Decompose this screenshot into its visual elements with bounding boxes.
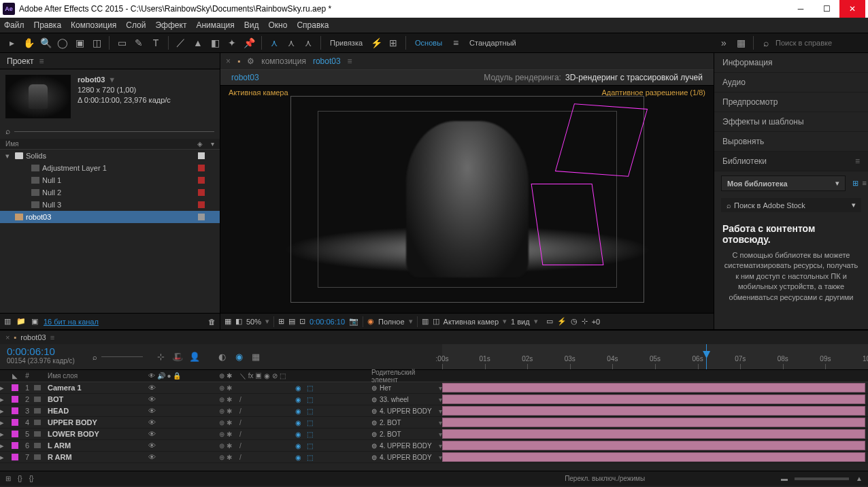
resolution-icon[interactable]: ⊞ [278,317,284,326]
project-tab[interactable]: Проект≡ [0,53,220,69]
layer-row[interactable]: ▸ 5 LOWER BODY 👁 ⊕ ✱ / ◉ ⬚ ⊚2. BOT▾ [0,429,868,440]
brackets2-icon[interactable]: {} [29,475,34,482]
snap-label[interactable]: Привязка [326,39,367,47]
close-button[interactable]: ✕ [839,0,865,18]
shy-icon[interactable]: 👤 [188,350,201,364]
layer-row[interactable]: ▸ 3 HEAD 👁 ⊕ ✱ / ◉ ⬚ ⊚4. UPPER BODY▾ [0,405,868,417]
trash-icon[interactable]: 🗑 [208,318,216,326]
axis-view-icon[interactable]: ⋏ [301,35,316,50]
pixel-aspect-icon[interactable]: ▭ [546,317,553,326]
basics-label[interactable]: Основы [411,39,446,47]
menu-анимация[interactable]: Анимация [196,20,234,30]
minimize-button[interactable]: ─ [788,0,814,18]
comp-mini-flowchart-icon[interactable]: ⊹ [154,350,167,364]
frame-blend-icon[interactable]: ◐ [215,350,229,364]
list-view-icon[interactable]: ≡ [863,179,867,188]
flowchart-icon[interactable]: ⊹ [582,317,588,326]
panel-preview[interactable]: Предпросмотр [714,93,868,112]
playhead[interactable] [706,344,707,369]
folder-icon[interactable]: 📁 [16,317,26,326]
zoom-slider[interactable] [795,477,849,480]
close-timeline-tab-icon[interactable]: × [5,333,10,341]
menu-вид[interactable]: Вид [244,20,259,30]
view-layout-icon[interactable]: ▥ [422,317,429,326]
timeline-ruler[interactable]: :00s01s02s03s04s05s06s07s08s09s10s [442,344,868,369]
guides-icon[interactable]: ⊡ [299,317,305,326]
axis-local-icon[interactable]: ⋏ [267,35,282,50]
orbit-tool-icon[interactable]: ◯ [55,35,70,50]
workspace-label[interactable]: Стандартный [465,39,520,47]
axis-world-icon[interactable]: ⋏ [284,35,299,50]
exposure-icon[interactable]: +0 [592,318,601,326]
menu-lines-icon[interactable]: ≡ [448,35,463,50]
graph-editor-icon[interactable]: ▦ [249,350,263,364]
menu-файл[interactable]: Файл [4,20,24,30]
col-name[interactable]: Имя [5,140,197,148]
pen-tool-icon[interactable]: ✎ [131,35,146,50]
library-dropdown[interactable]: Моя библиотека▾ [721,175,846,191]
menu-эффект[interactable]: Эффект [155,20,186,30]
menu-композиция[interactable]: Композиция [71,20,116,30]
panel-align[interactable]: Выровнять [714,132,868,152]
brush-tool-icon[interactable]: ／ [173,35,188,50]
timeline-tab[interactable]: robot03 [20,333,46,341]
overflow-icon[interactable]: » [716,35,731,50]
viewport[interactable]: Активная камера Адаптивное разрешение (1… [220,86,714,313]
camera-view-dropdown[interactable]: Активная камер [444,318,499,326]
camera-tool-icon[interactable]: ◫ [89,35,104,50]
maximize-button[interactable]: ☐ [814,0,839,18]
search-icon[interactable]: ⌕ [93,353,97,361]
panel-info[interactable]: Информация [714,53,868,73]
clone-tool-icon[interactable]: ▲ [190,35,205,50]
zoom-tool-icon[interactable]: 🔍 [38,35,53,50]
zoom-in-icon[interactable]: ▲ [856,475,863,482]
zoom-dropdown[interactable]: 50% [246,318,261,326]
panel-effects[interactable]: Эффекты и шаблоны [714,112,868,132]
breadcrumb[interactable]: robot03 [231,73,259,82]
rotate-tool-icon[interactable]: ▣ [72,35,87,50]
timeline-icon[interactable]: ◷ [571,317,578,326]
help-search-input[interactable] [775,39,864,47]
panel-audio[interactable]: Аудио [714,73,868,93]
interpret-icon[interactable]: ▥ [4,317,11,326]
grid-icon[interactable]: ▦ [224,317,231,326]
zoom-out-icon[interactable]: ▬ [781,475,788,482]
current-time[interactable]: 0:00:06:10 [310,318,345,326]
selection-tool-icon[interactable]: ▸ [4,35,19,50]
text-tool-icon[interactable]: T [148,35,163,50]
toggle-switches-icon[interactable]: ⊞ [5,475,11,482]
render-value[interactable]: 3D-рендеринг с трассировкой лучей [565,73,703,82]
view-count-dropdown[interactable]: 1 вид [511,318,530,326]
hand-tool-icon[interactable]: ✋ [21,35,36,50]
asset-row[interactable]: robot03 [0,211,220,223]
bit-depth[interactable]: 16 бит на канал [44,318,99,326]
fast-preview-icon[interactable]: ⚡ [557,317,567,326]
layer-row[interactable]: ▸ 7 R ARM 👁 ⊕ ✱ / ◉ ⬚ ⊚4. UPPER BODY▾ [0,452,868,463]
new-comp-icon[interactable]: ▣ [31,317,38,326]
layer-row[interactable]: ▸ 1 Camera 1 👁 ⊕ ✱ ◉ ⬚ ⊚Нет▾ [0,382,868,394]
menu-справка[interactable]: Справка [297,20,329,30]
snap-grid-icon[interactable]: ⊞ [386,35,401,50]
roto-tool-icon[interactable]: ✦ [224,35,239,50]
draft3d-icon[interactable]: 🎩 [171,350,184,364]
search-icon[interactable]: ⌕ [5,127,10,136]
grid-view-icon[interactable]: ⊞ [852,179,858,188]
asset-row[interactable]: Null 1 [0,174,220,186]
layer-row[interactable]: ▸ 2 BOT 👁 ⊕ ✱ / ◉ ⬚ ⊚33. wheel▾ [0,394,868,405]
layer-row[interactable]: ▸ 6 L ARM 👁 ⊕ ✱ / ◉ ⬚ ⊚4. UPPER BODY▾ [0,440,868,452]
motion-blur-icon[interactable]: ◉ [232,350,246,364]
snap-toggle-icon[interactable]: ⚡ [369,35,384,50]
snapshot-icon[interactable]: 📷 [349,317,358,326]
folder-row[interactable]: ▾ Solids [0,150,220,162]
toggle-modes-button[interactable]: Перекл. выключ./режимы [565,475,645,482]
menu-слой[interactable]: Слой [126,20,146,30]
view-icon[interactable]: ◫ [433,317,439,326]
brackets-icon[interactable]: {} [18,475,22,482]
layer-row[interactable]: ▸ 4 UPPER BODY 👁 ⊕ ✱ / ◉ ⬚ ⊚2. BOT▾ [0,417,868,429]
adobe-stock-search[interactable]: ⌕ Поиск в Adobe Stock ▾ [721,198,861,212]
asset-row[interactable]: Null 2 [0,186,220,199]
eraser-tool-icon[interactable]: ◧ [207,35,222,50]
mask-toggle-icon[interactable]: ◧ [235,317,242,326]
rectangle-tool-icon[interactable]: ▭ [114,35,129,50]
close-tab-icon[interactable]: × [226,56,231,66]
